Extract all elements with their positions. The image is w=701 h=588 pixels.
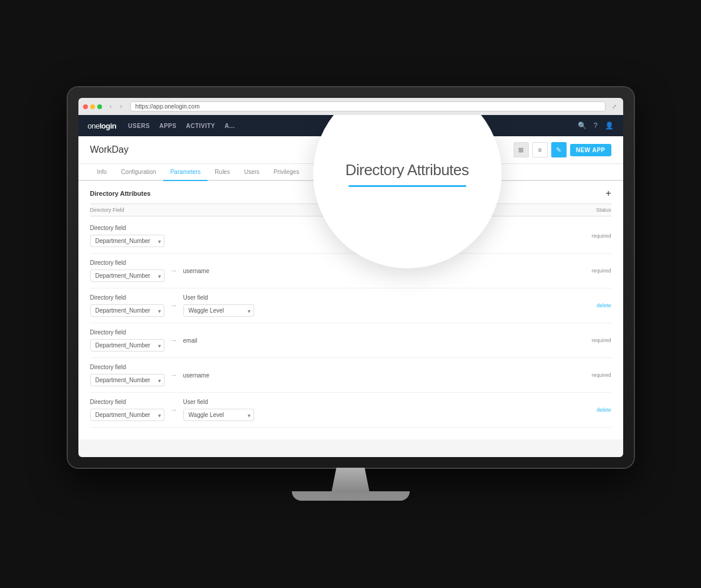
user-field-select[interactable]: Waggle Level: [183, 304, 254, 317]
attribute-row: Directory field Department_Number →: [90, 358, 611, 393]
directory-field-select[interactable]: Department_Number: [90, 270, 164, 282]
nav-item-users[interactable]: USERS: [128, 123, 150, 129]
browser-close-dot[interactable]: [83, 104, 88, 109]
directory-field-select[interactable]: Department_Number: [90, 235, 164, 247]
attr-status: required: [591, 233, 611, 239]
directory-field-select[interactable]: Department_Number: [90, 304, 164, 317]
zoom-underline: [348, 185, 466, 187]
search-icon[interactable]: 🔍: [578, 121, 587, 130]
attr-status: required: [591, 337, 611, 343]
col-header-status: Status: [596, 207, 611, 213]
target-field-label: email: [183, 337, 198, 344]
attribute-row: Directory field Department_Number →: [90, 254, 611, 288]
edit-button[interactable]: ✎: [551, 142, 567, 157]
add-attribute-button[interactable]: +: [605, 188, 611, 199]
new-app-button[interactable]: NEW APP: [570, 144, 611, 156]
directory-field-select[interactable]: Department_Number: [90, 339, 164, 352]
delete-button[interactable]: delete: [597, 407, 611, 413]
directory-field-select[interactable]: Department_Number: [90, 374, 164, 386]
user-field-label: User field: [183, 399, 254, 405]
col-header-directory-field: Directory Field: [90, 207, 124, 213]
arrow-icon: →: [170, 267, 177, 275]
tab-rules[interactable]: Rules: [208, 164, 237, 181]
attr-status: required: [591, 268, 611, 274]
section-title: Directory Attributes: [90, 190, 151, 197]
attribute-row: Directory field Department_Number →: [90, 288, 611, 323]
help-icon[interactable]: ?: [594, 121, 598, 130]
user-icon[interactable]: 👤: [605, 121, 614, 130]
directory-field-select[interactable]: Department_Number: [90, 409, 164, 421]
attr-label: Directory field: [90, 225, 164, 231]
monitor-stand-base: [292, 491, 410, 501]
browser-maximize-dot[interactable]: [97, 104, 102, 109]
attr-label: Directory field: [90, 259, 164, 266]
app-logo: onelogin: [88, 121, 117, 130]
delete-button[interactable]: delete: [597, 303, 611, 308]
tab-users[interactable]: Users: [237, 164, 266, 181]
attr-label: Directory field: [90, 329, 164, 336]
nav-item-more[interactable]: A...: [225, 123, 235, 129]
arrow-icon: →: [170, 336, 177, 344]
monitor-stand-neck: [327, 468, 374, 491]
attr-status: required: [591, 372, 611, 378]
attribute-row: Directory field Department_Number →: [90, 393, 611, 428]
target-field-label: username: [183, 372, 209, 379]
arrow-icon: →: [170, 406, 177, 414]
tab-privileges[interactable]: Privileges: [266, 164, 306, 181]
attr-label: Directory field: [90, 294, 164, 301]
user-field-label: User field: [183, 294, 254, 301]
nav-item-apps[interactable]: APPS: [159, 123, 176, 129]
target-field-label: username: [183, 268, 209, 274]
user-field-select[interactable]: Waggle Level: [183, 409, 254, 421]
tab-parameters[interactable]: Parameters: [163, 164, 208, 181]
list-view-button[interactable]: ≡: [532, 142, 548, 157]
tab-configuration[interactable]: Configuration: [114, 164, 163, 181]
browser-minimize-dot[interactable]: [90, 104, 95, 109]
grid-view-button[interactable]: ⊞: [514, 142, 529, 157]
tab-info[interactable]: Info: [90, 164, 114, 181]
url-bar[interactable]: https://app.onelogin.com: [130, 101, 605, 111]
browser-back-button[interactable]: ‹: [107, 103, 115, 111]
nav-item-activity[interactable]: ACTIVITY: [186, 123, 215, 129]
browser-forward-button[interactable]: ›: [117, 103, 126, 111]
attribute-row: Directory field Department_Number →: [90, 323, 611, 358]
arrow-icon: →: [170, 301, 177, 310]
attr-label: Directory field: [90, 399, 164, 405]
zoom-title: Directory Attributes: [345, 161, 469, 179]
arrow-icon: →: [170, 371, 177, 379]
attr-label: Directory field: [90, 364, 164, 370]
browser-expand-icon: ⤢: [610, 103, 618, 111]
